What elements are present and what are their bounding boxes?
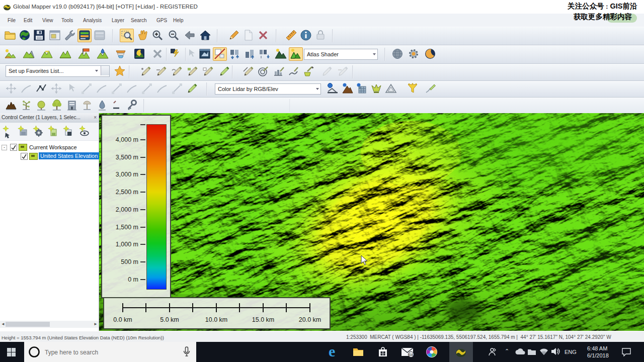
svg-text:68: 68 — [409, 352, 414, 357]
